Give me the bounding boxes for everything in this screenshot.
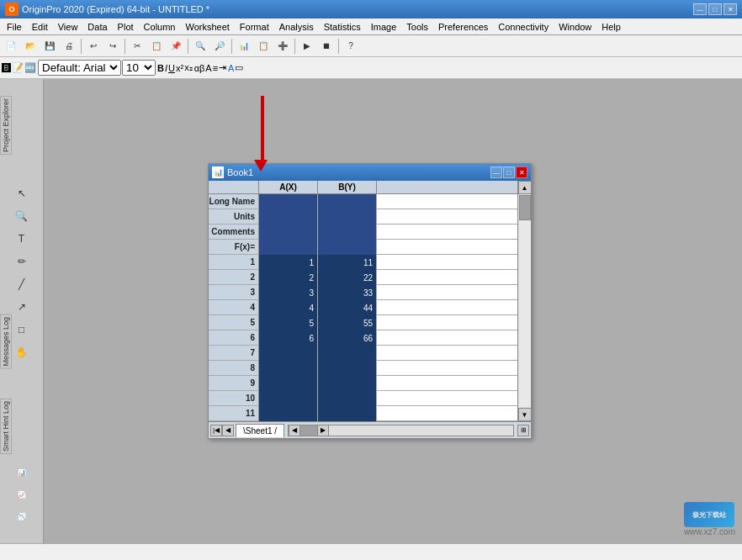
sidebar-btn-3[interactable]: 📉 bbox=[12, 506, 32, 526]
sidebar-btn-2[interactable]: 📈 bbox=[12, 484, 32, 505]
cell-2-b[interactable]: 22 bbox=[318, 270, 377, 285]
underline-button[interactable]: U bbox=[168, 63, 175, 73]
subscript-button[interactable]: x₂ bbox=[184, 62, 193, 73]
arrow-tool[interactable]: ↗ bbox=[12, 297, 32, 317]
new-button[interactable]: 📄 bbox=[2, 37, 20, 55]
minimize-button[interactable]: — bbox=[693, 3, 707, 15]
cell-10-b[interactable] bbox=[318, 391, 377, 406]
fx-b[interactable] bbox=[318, 240, 377, 255]
horizontal-scrollbar[interactable]: ◀ ▶ bbox=[288, 425, 514, 436]
cut-button[interactable]: ✂ bbox=[128, 37, 146, 55]
bold-button[interactable]: B bbox=[157, 63, 164, 73]
hand-tool[interactable]: ✋ bbox=[12, 342, 32, 362]
font-color-button[interactable]: A bbox=[205, 63, 211, 73]
col-a-header[interactable]: A(X) bbox=[259, 181, 318, 193]
scroll-up-button[interactable]: ▲ bbox=[518, 181, 532, 194]
close-button[interactable]: ✕ bbox=[723, 3, 737, 15]
stop-button[interactable]: ⏹ bbox=[317, 37, 336, 55]
col-b-header[interactable]: B(Y) bbox=[318, 181, 377, 193]
help-btn[interactable]: ? bbox=[342, 37, 360, 55]
menu-view[interactable]: View bbox=[53, 20, 83, 34]
book-maximize-button[interactable]: □ bbox=[503, 166, 515, 178]
copy-button[interactable]: 📋 bbox=[147, 37, 166, 55]
comments-a[interactable] bbox=[259, 225, 318, 240]
format-btn-3[interactable]: 🔤 bbox=[24, 62, 36, 73]
text-tool[interactable]: T bbox=[12, 229, 32, 249]
book-minimize-button[interactable]: — bbox=[490, 166, 502, 178]
hscroll-resize[interactable]: ⊞ bbox=[517, 425, 529, 436]
menu-connectivity[interactable]: Connectivity bbox=[493, 20, 554, 34]
menu-file[interactable]: File bbox=[2, 20, 27, 34]
menu-column[interactable]: Column bbox=[139, 20, 181, 34]
cell-1-a[interactable]: 1 bbox=[259, 255, 318, 270]
fx-a[interactable] bbox=[259, 240, 318, 255]
smart-hint-tab[interactable]: Smart Hint Log bbox=[0, 399, 12, 454]
fill-button[interactable]: A bbox=[228, 63, 234, 73]
cell-4-a[interactable]: 4 bbox=[259, 300, 318, 315]
border-button[interactable]: ▭ bbox=[235, 62, 243, 73]
units-a[interactable] bbox=[259, 209, 318, 225]
cell-3-b[interactable]: 33 bbox=[318, 285, 377, 300]
cell-1-b[interactable]: 11 bbox=[318, 255, 377, 270]
cell-11-b[interactable] bbox=[318, 406, 377, 421]
run-button[interactable]: ▶ bbox=[298, 37, 316, 55]
menu-edit[interactable]: Edit bbox=[27, 20, 53, 34]
hscroll-right[interactable]: ▶ bbox=[317, 425, 329, 436]
save-button[interactable]: 💾 bbox=[40, 37, 59, 55]
menu-image[interactable]: Image bbox=[366, 20, 402, 34]
cell-10-a[interactable] bbox=[259, 391, 318, 406]
italic-button[interactable]: I bbox=[165, 63, 167, 73]
insert-button[interactable]: ➕ bbox=[273, 37, 292, 55]
longname-b[interactable] bbox=[318, 194, 377, 209]
hscroll-left[interactable]: ◀ bbox=[289, 425, 300, 436]
menu-data[interactable]: Data bbox=[82, 20, 112, 34]
cell-9-a[interactable] bbox=[259, 376, 318, 391]
open-button[interactable]: 📂 bbox=[21, 37, 40, 55]
zoom-in-button[interactable]: 🔍 bbox=[191, 37, 209, 55]
sidebar-btn-1[interactable]: 📊 bbox=[12, 462, 32, 483]
paste-button[interactable]: 📌 bbox=[167, 37, 185, 55]
graph-button[interactable]: 📊 bbox=[235, 37, 253, 55]
cell-7-b[interactable] bbox=[318, 346, 377, 361]
sheet-nav-prev[interactable]: ◀ bbox=[222, 425, 234, 436]
cell-5-a[interactable]: 5 bbox=[259, 315, 318, 330]
line-tool[interactable]: ╱ bbox=[12, 274, 32, 294]
font-name-combo[interactable]: Default: Arial bbox=[38, 60, 121, 76]
scroll-track[interactable] bbox=[519, 195, 531, 407]
font-size-combo[interactable]: 10 bbox=[122, 60, 156, 76]
vertical-scrollbar[interactable]: ▲ ▼ bbox=[517, 181, 531, 421]
cell-11-a[interactable] bbox=[259, 406, 318, 421]
cell-2-a[interactable]: 2 bbox=[259, 270, 318, 285]
draw-tool[interactable]: ✏ bbox=[12, 251, 32, 272]
sheet1-tab[interactable]: \Sheet1 / bbox=[236, 424, 284, 437]
messages-log-tab[interactable]: Messages Log bbox=[0, 314, 12, 369]
table-button[interactable]: 📋 bbox=[254, 37, 273, 55]
sheet-nav-first[interactable]: |◀ bbox=[210, 425, 222, 436]
project-explorer-tab[interactable]: Project Explorer bbox=[0, 96, 12, 155]
hscroll-thumb[interactable] bbox=[300, 425, 317, 436]
format-btn-2[interactable]: 📝 bbox=[12, 62, 24, 73]
cell-3-a[interactable]: 3 bbox=[259, 285, 318, 300]
menu-help[interactable]: Help bbox=[596, 20, 626, 34]
pointer-tool[interactable]: ↖ bbox=[12, 183, 32, 203]
cell-7-a[interactable] bbox=[259, 346, 318, 361]
format-btn-1[interactable]: 🅱 bbox=[2, 63, 11, 73]
menu-statistics[interactable]: Statistics bbox=[319, 20, 366, 34]
cell-8-b[interactable] bbox=[318, 361, 377, 376]
menu-format[interactable]: Format bbox=[235, 20, 274, 34]
longname-a[interactable] bbox=[259, 194, 318, 209]
cell-5-b[interactable]: 55 bbox=[318, 315, 377, 330]
undo-button[interactable]: ↩ bbox=[84, 37, 103, 55]
comments-b[interactable] bbox=[318, 225, 377, 240]
alpha-button[interactable]: αβ bbox=[194, 63, 205, 73]
menu-worksheet[interactable]: Worksheet bbox=[180, 20, 234, 34]
maximize-button[interactable]: □ bbox=[708, 3, 722, 15]
cell-6-a[interactable]: 6 bbox=[259, 330, 318, 346]
zoom-out-button[interactable]: 🔎 bbox=[210, 37, 229, 55]
indent-button[interactable]: ⇥ bbox=[219, 62, 226, 73]
scroll-thumb[interactable] bbox=[519, 195, 531, 220]
print-button[interactable]: 🖨 bbox=[60, 37, 78, 55]
superscript-button[interactable]: x² bbox=[176, 63, 183, 73]
menu-analysis[interactable]: Analysis bbox=[274, 20, 319, 34]
cell-4-b[interactable]: 44 bbox=[318, 300, 377, 315]
